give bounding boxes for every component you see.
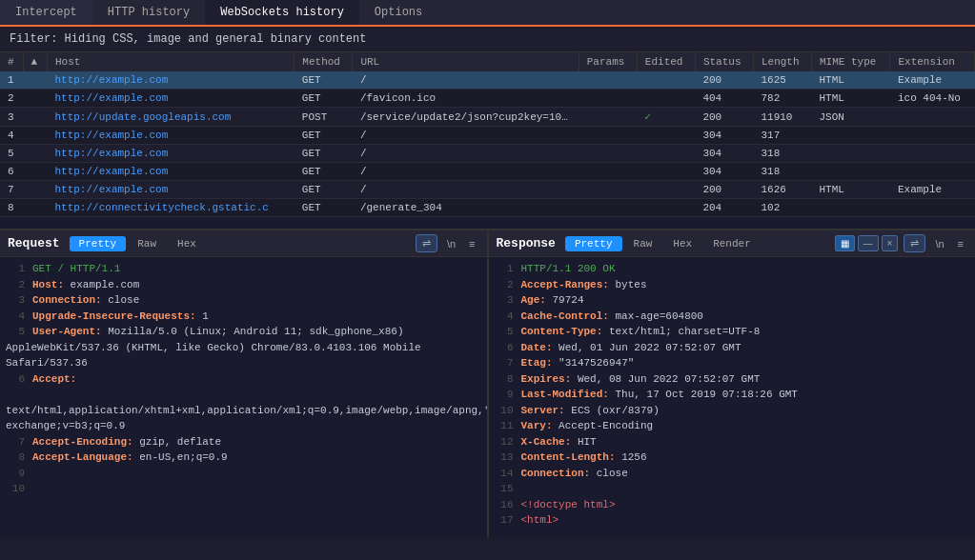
request-line: 2Host: example.com [6,277,481,293]
line-number: 9 [495,387,514,403]
view-close-button[interactable]: × [882,235,899,251]
line-number: 7 [6,434,25,450]
line-number: 13 [495,450,514,466]
response-send-button[interactable]: ⇌ [904,234,925,252]
response-line: 12X-Cache: HIT [495,434,970,450]
request-tab-raw[interactable]: Raw [128,236,166,251]
table-row[interactable]: 7http://example.comGET/2001626HTMLExampl… [0,181,975,199]
table-header-row: # ▲ Host Method URL Params Edited Status… [0,52,975,71]
http-history-table: # ▲ Host Method URL Params Edited Status… [0,52,975,229]
response-tab-pretty[interactable]: Pretty [565,236,622,251]
request-line: 4Upgrade-Insecure-Requests: 1 [6,309,481,325]
line-number: 2 [495,277,514,293]
line-number: 17 [495,512,514,529]
line-number: 3 [6,292,25,309]
filter-bar: Filter: Hiding CSS, image and general bi… [0,27,975,52]
request-line: 1GET / HTTP/1.1 [6,261,481,277]
request-line: text/html,application/xhtml+xml,applicat… [6,387,481,434]
response-line: 14Connection: close [495,466,970,482]
response-pane: Response Pretty Raw Hex Render ▦ — × ⇌ \… [489,230,976,538]
request-line: 8Accept-Language: en-US,en;q=0.9 [6,450,481,466]
table-row[interactable]: 8http://connectivitycheck.gstatic.cGET/g… [0,199,975,217]
col-status[interactable]: Status [695,52,753,71]
response-line: 11Vary: Accept-Encoding [495,418,970,434]
request-line: 10 [6,481,481,497]
view-horizontal-button[interactable]: — [858,235,879,251]
response-menu-button[interactable]: ≡ [954,236,967,251]
response-content: 1HTTP/1.1 200 OK2Accept-Ranges: bytes3Ag… [489,257,976,538]
line-number: 6 [495,340,514,356]
col-length[interactable]: Length [753,52,811,71]
table-row[interactable]: 5http://example.comGET/304318 [0,145,975,163]
line-number: 4 [6,309,25,325]
request-line: 9 [6,466,481,482]
line-number: 16 [495,497,514,513]
col-extension[interactable]: Extension [890,52,975,71]
request-menu-button[interactable]: ≡ [465,236,478,251]
response-line: 6Date: Wed, 01 Jun 2022 07:52:07 GMT [495,340,970,356]
request-send-button[interactable]: ⇌ [416,234,437,252]
col-method[interactable]: Method [295,52,353,71]
tab-intercept[interactable]: Intercept [0,0,92,25]
line-number: 10 [6,481,25,497]
tab-options[interactable]: Options [359,0,437,25]
line-number: 1 [495,261,514,277]
response-tabs: Pretty Raw Hex Render [565,236,835,251]
response-title: Response [497,236,556,250]
response-line: 9Last-Modified: Thu, 17 Oct 2019 07:18:2… [495,387,970,403]
line-number: 12 [495,434,514,450]
line-number: 2 [6,277,25,293]
response-line: 1HTTP/1.1 200 OK [495,261,970,277]
col-url[interactable]: URL [353,52,579,71]
line-number: 15 [495,481,514,497]
response-wrap-button[interactable]: \n [931,236,947,251]
col-num: # [0,52,23,71]
response-tab-render[interactable]: Render [703,236,761,251]
request-wrap-button[interactable]: \n [443,236,459,251]
request-tab-pretty[interactable]: Pretty [70,236,127,251]
response-line: 4Cache-Control: max-age=604800 [495,309,970,325]
request-line: 6Accept: [6,371,481,388]
col-params[interactable]: Params [579,52,637,71]
bottom-panes: Request Pretty Raw Hex ⇌ \n ≡ 1GET / HTT… [0,229,975,538]
col-edited[interactable]: Edited [637,52,695,71]
table-row[interactable]: 3http://update.googleapis.comPOST/servic… [0,108,975,127]
response-tools: ▦ — × ⇌ \n ≡ [835,234,967,252]
line-number: 11 [495,418,514,434]
col-sort[interactable]: ▲ [23,52,47,71]
table-row[interactable]: 4http://example.comGET/304317 [0,127,975,145]
table-row[interactable]: 1http://example.comGET/2001625HTMLExampl… [0,71,975,90]
line-number: 14 [495,466,514,482]
response-tab-hex[interactable]: Hex [663,236,701,251]
top-tab-bar: Intercept HTTP history WebSockets histor… [0,0,975,27]
response-line: 13Content-Length: 1256 [495,450,970,466]
col-mime[interactable]: MIME type [812,52,890,71]
request-tabs: Pretty Raw Hex [70,236,416,251]
request-tools: ⇌ \n ≡ [416,234,479,252]
line-number: 3 [495,292,514,309]
request-line: 7Accept-Encoding: gzip, deflate [6,434,481,450]
line-number: 5 [495,324,514,340]
response-pane-header: Response Pretty Raw Hex Render ▦ — × ⇌ \… [489,230,976,257]
table-row[interactable]: 2http://example.comGET/favicon.ico404782… [0,90,975,108]
response-line: 17<html> [495,512,970,529]
view-split-button[interactable]: ▦ [835,235,855,251]
col-host[interactable]: Host [47,52,294,71]
line-number: 9 [6,466,25,482]
request-tab-hex[interactable]: Hex [168,236,206,251]
response-line: 5Content-Type: text/html; charset=UTF-8 [495,324,970,340]
table-row[interactable]: 6http://example.comGET/304318 [0,163,975,181]
line-number: 8 [495,371,514,388]
response-line: 7Etag: "3147526947" [495,355,970,371]
response-line: 15 [495,481,970,497]
request-line: 5User-Agent: Mozilla/5.0 (Linux; Android… [6,324,481,371]
response-line: 16<!doctype html> [495,497,970,513]
response-tab-raw[interactable]: Raw [624,236,662,251]
tab-http-history[interactable]: HTTP history [92,0,205,25]
tab-websockets-history[interactable]: WebSockets history [205,0,359,27]
line-number: 1 [6,261,25,277]
line-number: 8 [6,450,25,466]
request-content: 1GET / HTTP/1.12Host: example.com3Connec… [0,257,487,538]
line-number: 10 [495,403,514,419]
response-line: 3Age: 79724 [495,292,970,309]
